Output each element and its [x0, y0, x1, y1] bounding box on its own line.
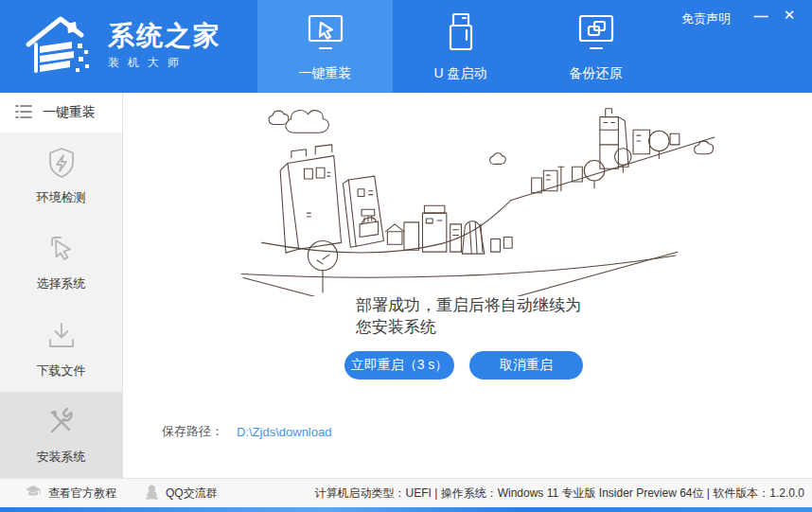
- step-label: 下载文件: [37, 362, 86, 380]
- step-download-files: 下载文件: [0, 306, 122, 392]
- sidebar-header-one-key-reinstall[interactable]: 一键重装: [0, 93, 122, 132]
- logo-subtitle: 装机大师: [108, 55, 221, 71]
- list-icon: [14, 103, 33, 123]
- close-button[interactable]: ✕: [778, 4, 801, 26]
- graduation-cap-icon: [25, 485, 42, 502]
- qq-penguin-icon: [145, 485, 159, 503]
- shield-bolt-icon: [44, 145, 79, 181]
- restart-now-button[interactable]: 立即重启（3 s）: [344, 351, 454, 380]
- tutorial-label: 查看官方教程: [48, 486, 116, 502]
- save-path-label: 保存路径：: [162, 423, 223, 440]
- step-install-system: 安装系统: [0, 392, 122, 478]
- tab-label: 一键重装: [299, 65, 352, 82]
- qq-group-link[interactable]: QQ交流群: [145, 485, 218, 503]
- sidebar: 一键重装 环境检测 选择系统: [0, 93, 123, 478]
- disclaimer-link[interactable]: 免责声明: [681, 10, 731, 27]
- nav-tabs: 一键重装 U 盘启动: [257, 0, 663, 93]
- download-icon: [44, 318, 79, 354]
- message-line-1: 部署成功，重启后将自动继续为: [356, 295, 621, 317]
- step-select-system: 选择系统: [0, 219, 122, 305]
- save-path-row: 保存路径： D:\Zjds\download: [162, 423, 331, 440]
- logo-title: 系统之家: [108, 22, 221, 51]
- step-environment-check: 环境检测: [0, 132, 122, 219]
- step-label: 安装系统: [37, 449, 86, 466]
- save-path-link[interactable]: D:\Zjds\download: [237, 425, 331, 439]
- cursor-select-icon: [44, 231, 79, 267]
- main-panel: 部署成功，重启后将自动继续为 您安装系统 立即重启（3 s） 取消重启 保存路径…: [124, 93, 812, 478]
- step-label: 选择系统: [37, 275, 86, 292]
- app-logo: 系统之家 装机大师: [23, 12, 221, 80]
- tab-label: 备份还原: [570, 65, 623, 82]
- tab-one-key-reinstall[interactable]: 一键重装: [257, 0, 393, 93]
- step-label: 环境检测: [37, 189, 86, 206]
- header-bar: 系统之家 装机大师 一键重装: [0, 0, 812, 93]
- usb-drive-icon: [439, 10, 483, 57]
- bottom-blue-strip: [0, 507, 812, 512]
- tutorial-link[interactable]: 查看官方教程: [25, 485, 116, 503]
- qq-group-label: QQ交流群: [166, 486, 218, 502]
- sidebar-header-label: 一键重装: [43, 104, 96, 121]
- minimize-button[interactable]: —: [750, 4, 772, 26]
- deploy-success-message: 部署成功，重启后将自动继续为 您安装系统: [356, 295, 621, 339]
- footer-bar: 查看官方教程 QQ交流群 计算机启动类型：UEFI | 操作系统：Windows…: [0, 478, 812, 507]
- city-skyline-illustration: [228, 102, 730, 296]
- backup-restore-icon: [574, 10, 618, 57]
- app-window: 系统之家 装机大师 一键重装: [0, 0, 812, 512]
- cancel-restart-button[interactable]: 取消重启: [469, 351, 583, 380]
- tab-backup-restore[interactable]: 备份还原: [528, 0, 663, 93]
- tab-usb-boot[interactable]: U 盘启动: [393, 0, 528, 93]
- tab-label: U 盘启动: [434, 65, 487, 82]
- message-line-2: 您安装系统: [356, 317, 621, 339]
- system-status-text: 计算机启动类型：UEFI | 操作系统：Windows 11 专业版 Insid…: [315, 486, 804, 502]
- monitor-cursor-icon: [304, 10, 347, 57]
- tools-icon: [44, 404, 79, 440]
- house-logo-icon: [23, 12, 97, 80]
